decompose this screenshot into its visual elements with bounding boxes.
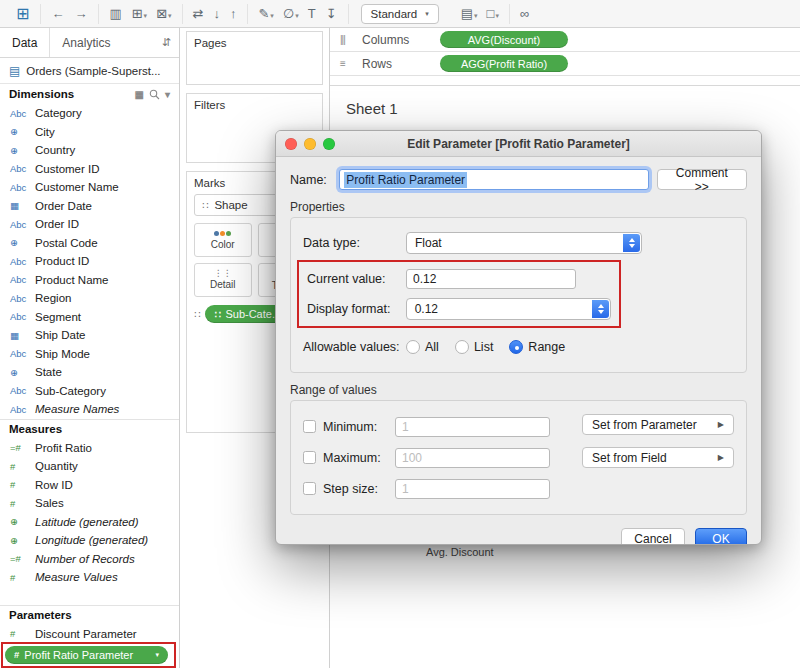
field-row[interactable]: =# Profit Ratio — [0, 439, 179, 458]
datasource-item[interactable]: ▤ Orders (Sample-Superst... — [0, 58, 179, 84]
tableau-logo-icon[interactable]: ⊞ — [13, 5, 33, 23]
minimize-icon[interactable] — [304, 138, 316, 150]
parameter-pill-label: Profit Ratio Parameter — [24, 649, 133, 661]
field-row[interactable]: ⊕ Country — [0, 141, 179, 160]
field-row[interactable]: Abc Customer ID — [0, 160, 179, 179]
swap-panes-icon[interactable]: ⇵ — [154, 28, 179, 57]
radio-option[interactable]: Range — [509, 340, 565, 354]
parameter-name-input[interactable]: Profit Ratio Parameter — [339, 169, 648, 190]
field-label: Region — [35, 292, 71, 304]
columns-pill[interactable]: AVG(Discount) — [440, 31, 568, 48]
field-label: Product ID — [35, 255, 89, 267]
field-row[interactable]: Abc Sub-Category — [0, 382, 179, 401]
presentation-mode-icon[interactable]: □▾ — [484, 6, 502, 21]
range-row-input[interactable] — [395, 448, 550, 468]
group-members-icon[interactable]: ∅▾ — [280, 6, 302, 21]
field-row[interactable]: # Measure Values — [0, 568, 179, 587]
field-row[interactable]: ▦ Ship Date — [0, 326, 179, 345]
number-icon: # — [14, 649, 19, 660]
name-label: Name: — [290, 173, 331, 187]
selected-parameter-row: # Profit Ratio Parameter ▾ — [0, 643, 179, 666]
field-row[interactable]: Abc Product Name — [0, 271, 179, 290]
field-label: Sales — [35, 497, 64, 509]
tab-analytics[interactable]: Analytics — [50, 28, 122, 57]
field-row[interactable]: ⊕ City — [0, 123, 179, 142]
checkbox[interactable] — [303, 420, 316, 433]
zoom-icon[interactable] — [323, 138, 335, 150]
display-format-dropdown[interactable]: 0.12 — [406, 298, 611, 320]
field-row[interactable]: Abc Category — [0, 104, 179, 123]
fix-axes-icon[interactable]: ↧ — [323, 6, 341, 21]
new-worksheet-icon[interactable]: ⊞▾ — [129, 6, 150, 21]
highlight-icon[interactable]: ✎▾ — [255, 6, 276, 21]
current-value-input[interactable] — [406, 269, 576, 289]
pages-shelf[interactable]: Pages — [186, 31, 323, 85]
field-row[interactable]: # Quantity — [0, 457, 179, 476]
range-row: Step size: — [303, 473, 734, 504]
radio-icon — [455, 340, 469, 354]
field-row[interactable]: Abc Segment — [0, 308, 179, 327]
share-icon[interactable]: ∞ — [517, 6, 533, 21]
field-row[interactable]: # Sales — [0, 494, 179, 513]
set-from-parameter-label: Set from Parameter — [592, 418, 697, 432]
allowable-values-options: All List Range — [406, 340, 565, 354]
field-row[interactable]: ⊕ Longitude (generated) — [0, 531, 179, 550]
section-spacer — [0, 587, 179, 605]
sort-ascending-icon[interactable]: ↓ — [210, 6, 224, 21]
show-hide-cards-icon[interactable]: ▤▾ — [458, 6, 481, 21]
close-icon[interactable] — [285, 138, 297, 150]
rows-shelf[interactable]: ≡ Rows AGG(Profit Ratio) — [330, 52, 800, 76]
field-row[interactable]: Abc Order ID — [0, 215, 179, 234]
ok-button[interactable]: OK — [695, 528, 747, 545]
field-row[interactable]: Abc Region — [0, 289, 179, 308]
radio-option[interactable]: List — [455, 340, 493, 354]
comment-button[interactable]: Comment >> — [657, 169, 747, 190]
search-icon[interactable] — [149, 89, 160, 100]
range-row-input[interactable] — [395, 417, 550, 437]
redo-icon[interactable]: → — [71, 6, 91, 21]
allowable-values-row: Allowable values: All List — [303, 332, 734, 362]
field-row[interactable]: ▦ Order Date — [0, 197, 179, 216]
field-row[interactable]: Abc Customer Name — [0, 178, 179, 197]
set-from-parameter-button[interactable]: Set from Parameter ▶ — [582, 414, 734, 435]
field-row[interactable]: Abc Measure Names — [0, 400, 179, 419]
new-datasource-icon[interactable]: ▥ — [106, 6, 125, 21]
tab-data[interactable]: Data — [0, 28, 50, 57]
detail-button[interactable]: ⋮⋮ Detail — [194, 263, 252, 297]
radio-option[interactable]: All — [406, 340, 439, 354]
field-row[interactable]: ⊕ Latitude (generated) — [0, 513, 179, 532]
field-label: Segment — [35, 311, 81, 323]
field-row[interactable]: Abc Product ID — [0, 252, 179, 271]
color-button[interactable]: Color — [194, 223, 252, 257]
clear-sheet-icon[interactable]: ⊠▾ — [153, 6, 174, 21]
checkbox[interactable] — [303, 451, 316, 464]
fit-selector[interactable]: Standard ▾ — [361, 4, 439, 24]
sort-descending-icon[interactable]: ↑ — [227, 6, 241, 21]
field-row[interactable]: =# Number of Records — [0, 550, 179, 569]
parameter-pill[interactable]: # Profit Ratio Parameter ▾ — [5, 646, 168, 664]
properties-legend: Properties — [290, 200, 747, 214]
swap-axes-icon[interactable]: ⇄ — [190, 6, 208, 21]
detail-icon: ⋮⋮ — [214, 270, 232, 276]
chevron-down-icon[interactable]: ▾ — [165, 89, 170, 100]
color-icon — [214, 231, 231, 236]
columns-shelf[interactable]: ||| Columns AVG(Discount) — [330, 28, 800, 52]
field-label: Profit Ratio — [35, 442, 92, 454]
field-row[interactable]: ⊕ State — [0, 363, 179, 382]
view-mode-icon[interactable]: ▦ — [135, 89, 144, 100]
field-row[interactable]: Abc Ship Mode — [0, 345, 179, 364]
rows-pill[interactable]: AGG(Profit Ratio) — [440, 55, 568, 72]
cancel-button[interactable]: Cancel — [621, 528, 685, 545]
field-type-icon: ⊕ — [10, 367, 31, 378]
field-row[interactable]: # Row ID — [0, 476, 179, 495]
show-mark-labels-icon[interactable]: T — [305, 6, 320, 21]
range-legend: Range of values — [290, 383, 747, 397]
field-label: Product Name — [35, 274, 109, 286]
field-row[interactable]: # Discount Parameter — [0, 625, 179, 644]
range-row-input[interactable] — [395, 479, 550, 499]
field-row[interactable]: ⊕ Postal Code — [0, 234, 179, 253]
checkbox[interactable] — [303, 482, 316, 495]
data-type-dropdown[interactable]: Float — [406, 232, 642, 254]
undo-icon[interactable]: ← — [48, 6, 68, 21]
set-from-field-button[interactable]: Set from Field ▶ — [582, 447, 734, 468]
